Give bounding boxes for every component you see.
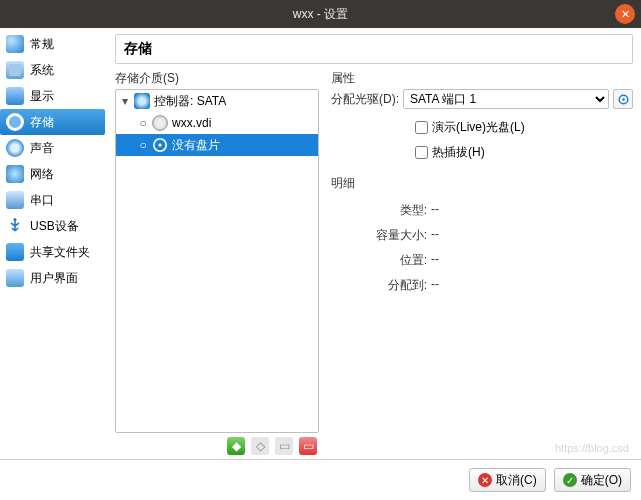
add-controller-button[interactable]: ◆ bbox=[227, 437, 245, 455]
chevron-down-icon: ▾ bbox=[120, 94, 130, 108]
sidebar-item-label: 存储 bbox=[30, 114, 54, 131]
storage-icon bbox=[6, 113, 24, 131]
disk-icon bbox=[152, 115, 168, 131]
detail-key: 容量大小: bbox=[331, 227, 427, 244]
sidebar-item-storage[interactable]: 存储 bbox=[0, 109, 105, 135]
general-icon bbox=[6, 35, 24, 53]
dialog-content: 常规 系统 显示 存储 声音 网络 串口 US bbox=[0, 28, 641, 460]
disk-label: wxx.vdi bbox=[172, 116, 211, 130]
settings-sidebar: 常规 系统 显示 存储 声音 网络 串口 US bbox=[0, 28, 107, 459]
cancel-label: 取消(C) bbox=[496, 472, 537, 489]
disk-row[interactable]: ○ wxx.vdi bbox=[116, 112, 318, 134]
storage-tree[interactable]: ▾ 控制器: SATA ○ wxx.vdi ○ 没有盘片 bbox=[115, 89, 319, 433]
sidebar-item-label: 串口 bbox=[30, 192, 54, 209]
detail-key: 类型: bbox=[331, 202, 427, 219]
live-cd-label: 演示(Live)光盘(L) bbox=[432, 119, 525, 136]
detail-row: 类型: -- bbox=[331, 202, 633, 219]
sidebar-item-network[interactable]: 网络 bbox=[0, 161, 105, 187]
detail-row: 容量大小: -- bbox=[331, 227, 633, 244]
detail-value: -- bbox=[431, 202, 439, 219]
storage-media-label: 存储介质(S) bbox=[115, 70, 319, 87]
detail-value: -- bbox=[431, 227, 439, 244]
ok-button[interactable]: ✓ 确定(O) bbox=[554, 468, 631, 492]
attributes-label: 属性 bbox=[331, 70, 633, 87]
hotplug-checkbox[interactable] bbox=[415, 146, 428, 159]
remove-attachment-button[interactable]: ▭ bbox=[275, 437, 293, 455]
storage-media-column: 存储介质(S) ▾ 控制器: SATA ○ wxx.vdi ○ bbox=[115, 70, 319, 455]
controller-icon bbox=[134, 93, 150, 109]
tree-bullet: ○ bbox=[138, 116, 148, 130]
choose-disk-button[interactable] bbox=[613, 89, 633, 109]
settings-page: 存储 存储介质(S) ▾ 控制器: SATA ○ wxx.vdi bbox=[107, 28, 641, 459]
controller-row[interactable]: ▾ 控制器: SATA bbox=[116, 90, 318, 112]
cancel-icon: ✕ bbox=[478, 473, 492, 487]
detail-key: 分配到: bbox=[331, 277, 427, 294]
sidebar-item-label: 网络 bbox=[30, 166, 54, 183]
svg-point-0 bbox=[13, 218, 16, 221]
sound-icon bbox=[6, 139, 24, 157]
detail-value: -- bbox=[431, 252, 439, 269]
sidebar-item-serial[interactable]: 串口 bbox=[0, 187, 105, 213]
details-label: 明细 bbox=[331, 175, 633, 192]
detail-row: 分配到: -- bbox=[331, 277, 633, 294]
title-bar: wxx - 设置 ✕ bbox=[0, 0, 641, 28]
optical-row[interactable]: ○ 没有盘片 bbox=[116, 134, 318, 156]
ui-icon bbox=[6, 269, 24, 287]
sidebar-item-label: USB设备 bbox=[30, 218, 79, 235]
sidebar-item-audio[interactable]: 声音 bbox=[0, 135, 105, 161]
detail-key: 位置: bbox=[331, 252, 427, 269]
optical-drive-select[interactable]: SATA 端口 1 bbox=[403, 89, 609, 109]
display-icon bbox=[6, 87, 24, 105]
network-icon bbox=[6, 165, 24, 183]
svg-point-4 bbox=[622, 98, 625, 101]
sidebar-item-user-interface[interactable]: 用户界面 bbox=[0, 265, 105, 291]
detail-row: 位置: -- bbox=[331, 252, 633, 269]
remove-controller-button[interactable]: ▭ bbox=[299, 437, 317, 455]
optical-label: 没有盘片 bbox=[172, 137, 220, 154]
serial-icon bbox=[6, 191, 24, 209]
sidebar-item-label: 系统 bbox=[30, 62, 54, 79]
sidebar-item-display[interactable]: 显示 bbox=[0, 83, 105, 109]
ok-icon: ✓ bbox=[563, 473, 577, 487]
close-icon[interactable]: ✕ bbox=[615, 4, 635, 24]
attributes-column: 属性 分配光驱(D): SATA 端口 1 演示(Live)光盘(L) bbox=[331, 70, 633, 455]
folder-icon bbox=[6, 243, 24, 261]
controller-label: 控制器: SATA bbox=[154, 93, 226, 110]
add-attachment-button[interactable]: ◇ bbox=[251, 437, 269, 455]
svg-point-2 bbox=[158, 143, 161, 146]
usb-icon bbox=[6, 217, 24, 235]
detail-value: -- bbox=[431, 277, 439, 294]
sidebar-item-label: 声音 bbox=[30, 140, 54, 157]
sidebar-item-label: 常规 bbox=[30, 36, 54, 53]
dialog-footer: ✕ 取消(C) ✓ 确定(O) bbox=[0, 460, 641, 500]
storage-tree-toolbar: ◆ ◇ ▭ ▭ bbox=[115, 433, 319, 455]
optical-icon bbox=[152, 137, 168, 153]
system-icon bbox=[6, 61, 24, 79]
page-title: 存储 bbox=[115, 34, 633, 64]
window-title: wxx - 设置 bbox=[293, 6, 348, 23]
hotplug-label: 热插拔(H) bbox=[432, 144, 485, 161]
ok-label: 确定(O) bbox=[581, 472, 622, 489]
sidebar-item-label: 用户界面 bbox=[30, 270, 78, 287]
tree-bullet: ○ bbox=[138, 138, 148, 152]
sidebar-item-shared-folders[interactable]: 共享文件夹 bbox=[0, 239, 105, 265]
sidebar-item-system[interactable]: 系统 bbox=[0, 57, 105, 83]
sidebar-item-label: 共享文件夹 bbox=[30, 244, 90, 261]
sidebar-item-general[interactable]: 常规 bbox=[0, 31, 105, 57]
sidebar-item-usb[interactable]: USB设备 bbox=[0, 213, 105, 239]
cancel-button[interactable]: ✕ 取消(C) bbox=[469, 468, 546, 492]
drive-label: 分配光驱(D): bbox=[331, 91, 399, 108]
sidebar-item-label: 显示 bbox=[30, 88, 54, 105]
live-cd-checkbox[interactable] bbox=[415, 121, 428, 134]
